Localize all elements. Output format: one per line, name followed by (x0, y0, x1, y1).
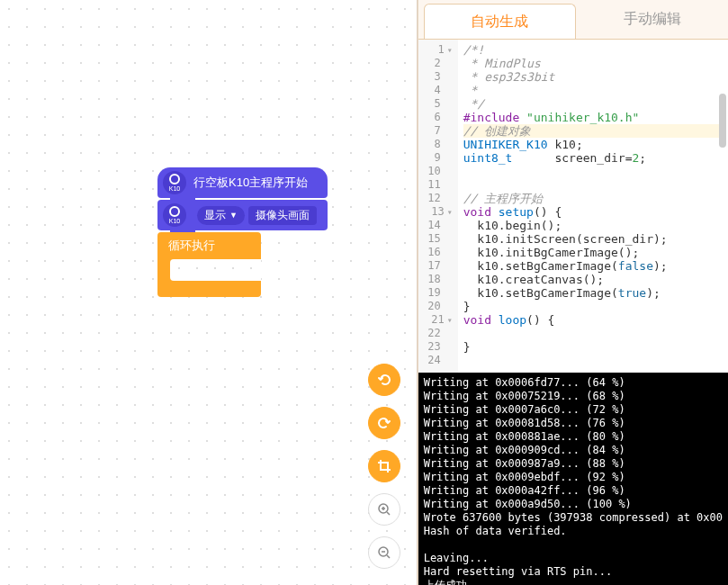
code-gutter: 1▾2345678910111213▾1415161718192021▾2223… (418, 40, 458, 373)
code-editor[interactable]: 1▾2345678910111213▾1415161718192021▾2223… (418, 40, 728, 373)
block-hat-label: 行空板K10主程序开始 (193, 175, 308, 191)
code-tabs: 自动生成 手动编辑 (418, 0, 728, 40)
camera-label: 摄像头画面 (248, 206, 317, 225)
right-panel: 自动生成 手动编辑 1▾2345678910111213▾14151617181… (418, 0, 728, 585)
zoom-in-button[interactable] (368, 493, 400, 526)
redo-button[interactable] (368, 407, 400, 439)
tab-auto-generate[interactable]: 自动生成 (424, 4, 576, 39)
block-loop-label: 循环执行 (168, 238, 215, 254)
workspace-tools (368, 364, 400, 569)
block-display-camera[interactable]: K10 显示▼ 摄像头画面 (157, 200, 328, 230)
tab-manual-edit[interactable]: 手动编辑 (578, 0, 728, 39)
display-dropdown[interactable]: 显示▼ (197, 206, 245, 225)
serial-console[interactable]: Writing at 0x0006fd77... (64 %) Writing … (418, 373, 728, 585)
blocks-stage: K10 行空板K10主程序开始 K10 显示▼ 摄像头画面 循环执行 (157, 167, 328, 297)
undo-button[interactable] (368, 364, 400, 396)
block-hat-start[interactable]: K10 行空板K10主程序开始 (157, 167, 328, 198)
code-content: /*! * MindPlus * esp32s3bit * */#include… (458, 40, 728, 373)
app-root: K10 行空板K10主程序开始 K10 显示▼ 摄像头画面 循环执行 (0, 0, 728, 585)
block-loop[interactable]: 循环执行 (157, 232, 261, 297)
crop-button[interactable] (368, 450, 400, 482)
caret-down-icon: ▼ (229, 211, 238, 220)
blocks-workspace[interactable]: K10 行空板K10主程序开始 K10 显示▼ 摄像头画面 循环执行 (0, 0, 418, 585)
block-loop-body[interactable] (170, 259, 261, 281)
code-scrollbar[interactable] (719, 94, 726, 148)
k10-badge-icon: K10 (163, 171, 186, 194)
k10-badge-icon: K10 (163, 203, 186, 227)
zoom-out-button[interactable] (368, 536, 400, 569)
